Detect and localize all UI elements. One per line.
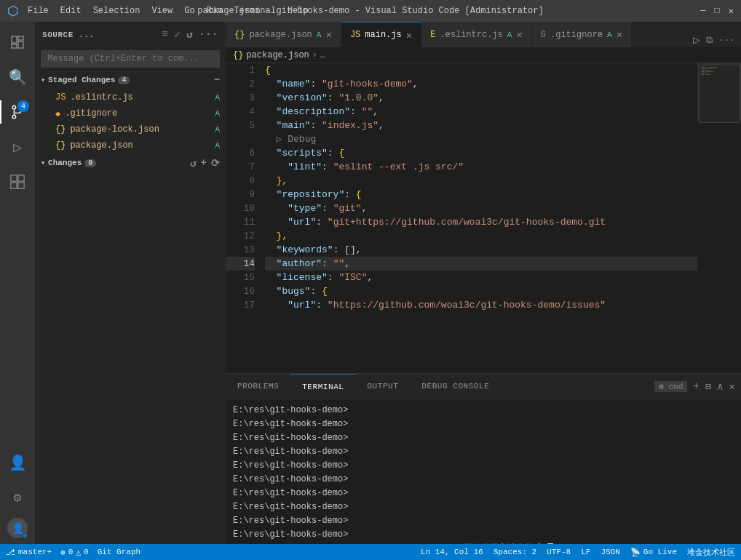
changes-actions[interactable]: ↺ + ⟳ <box>190 157 220 169</box>
terminal-content[interactable]: E:\res\git-hooks-demo> E:\res\git-hooks-… <box>226 399 741 544</box>
git-graph[interactable]: Git Graph <box>98 548 140 556</box>
git-branch[interactable]: ⎇ master+ <box>6 548 52 557</box>
minimize-button[interactable]: ─ <box>700 6 705 17</box>
svg-rect-2 <box>18 41 23 48</box>
svg-rect-3 <box>12 44 17 48</box>
refresh-changes-icon[interactable]: ↺ <box>190 157 196 169</box>
stage-all-icon[interactable]: + <box>201 157 207 169</box>
user-avatar[interactable]: 👤 <box>7 518 28 538</box>
close-button[interactable]: ✕ <box>729 6 734 17</box>
changes-section-header[interactable]: ▾ Changes 0 ↺ + ⟳ <box>35 153 226 172</box>
tab-gitignore[interactable]: G .gitignore A ✕ <box>532 22 632 47</box>
menu-selection[interactable]: Selection <box>93 6 140 16</box>
code-line-16: "bugs": { <box>265 284 697 298</box>
activity-explorer[interactable] <box>0 25 35 60</box>
staged-file-gitignore[interactable]: ◆ .gitignore A <box>35 105 226 121</box>
git-branch-label: master+ <box>18 548 52 556</box>
code-editor: 1 2 3 4 5 6 7 8 9 10 11 12 13 14 15 16 1… <box>226 63 741 373</box>
menu-view[interactable]: View <box>151 6 173 16</box>
close-panel-icon[interactable]: ✕ <box>729 380 735 393</box>
split-terminal-icon[interactable]: ⊟ <box>705 380 711 393</box>
commit-all-icon[interactable]: ≡ <box>162 28 168 41</box>
unstage-all-icon[interactable]: − <box>214 74 220 86</box>
activity-extensions[interactable] <box>0 164 35 199</box>
tab-actions[interactable]: ▷ ⧉ ··· <box>693 33 741 47</box>
code-line-2: "name": "git-hooks-demo", <box>265 77 697 91</box>
go-live[interactable]: 📡 Go Live <box>630 548 677 557</box>
menu-go[interactable]: Go <box>184 6 194 16</box>
code-line-5: "main": "index.js", <box>265 119 697 132</box>
discard-all-icon[interactable]: ⟳ <box>211 157 220 169</box>
tab-problems[interactable]: PROBLEMS <box>226 374 290 399</box>
line-numbers: 1 2 3 4 5 6 7 8 9 10 11 12 13 14 15 16 1… <box>226 63 262 373</box>
tab-close-eslintrc[interactable]: ✕ <box>516 28 522 41</box>
tab-mainjs[interactable]: JS main.js ✕ <box>341 22 421 47</box>
activity-run[interactable]: ▷ <box>0 129 35 164</box>
more-actions-icon[interactable]: ··· <box>199 28 218 41</box>
errors-count[interactable]: ⊗ 0 △ 0 <box>60 548 88 557</box>
encoding-label: UTF-8 <box>547 548 571 556</box>
terminal-line-6: E:\res\git-hooks-demo> <box>233 473 734 487</box>
tab-debug-console[interactable]: DEBUG CONSOLE <box>410 374 501 399</box>
tab-indicator-packagejson: A <box>317 31 322 39</box>
errors-label: 0 <box>68 548 74 556</box>
window-title: package.json - git-hooks-demo - Visual S… <box>197 6 543 16</box>
split-editor-icon[interactable]: ⧉ <box>706 35 713 46</box>
activity-account[interactable]: 👤 <box>0 445 35 480</box>
code-line-11: "url": "git+https://github.com/woai3c/gi… <box>265 215 697 229</box>
breadcrumb-file[interactable]: package.json <box>246 50 309 60</box>
tab-indicator-gitignore: A <box>607 31 612 39</box>
staged-file-packagejson[interactable]: {} package.json A <box>35 137 226 153</box>
activity-settings[interactable]: ⚙ <box>0 480 35 515</box>
staged-file-packagelock[interactable]: {} package-lock.json A <box>35 121 226 137</box>
encoding[interactable]: UTF-8 <box>547 548 571 556</box>
more-tab-actions-icon[interactable]: ··· <box>718 35 735 46</box>
cursor-position[interactable]: Ln 14, Col 16 <box>421 548 483 556</box>
breadcrumb-more[interactable]: … <box>320 50 325 60</box>
code-content[interactable]: { "name": "git-hooks-demo", "version": "… <box>262 63 697 373</box>
menu-edit[interactable]: Edit <box>60 6 82 16</box>
tab-packagejson[interactable]: {} package.json A ✕ <box>226 22 341 47</box>
staged-changes-actions[interactable]: − <box>214 74 220 86</box>
tab-label-packagejson: package.json <box>249 30 312 40</box>
line-ending[interactable]: LF <box>581 548 590 556</box>
title-bar: ⬡ File Edit Selection View Go Run Termin… <box>0 0 741 22</box>
activity-search[interactable]: 🔍 <box>0 60 35 95</box>
tab-output[interactable]: OUTPUT <box>355 374 410 399</box>
staged-file-eslintrc[interactable]: JS .eslintrc.js A <box>35 89 226 105</box>
panel-actions[interactable]: ⊞ cmd + ⊟ ∧ ✕ <box>654 380 741 393</box>
sidebar-header-actions[interactable]: ≡ ✓ ↺ ··· <box>162 28 218 41</box>
tab-close-mainjs[interactable]: ✕ <box>406 29 412 41</box>
code-line-12: }, <box>265 229 697 243</box>
tab-indicator-eslintrc: A <box>507 31 512 39</box>
window-controls[interactable]: ─ □ ✕ <box>700 6 734 17</box>
tab-close-packagejson[interactable]: ✕ <box>325 28 331 41</box>
activity-bottom: 👤 ⚙ 👤 <box>0 445 35 544</box>
tab-eslintrc[interactable]: E .eslintrc.js A ✕ <box>421 22 532 47</box>
maximize-button[interactable]: □ <box>715 6 720 17</box>
status-bar-left: ⎇ master+ ⊗ 0 △ 0 Git Graph <box>6 548 140 557</box>
chevron-right-icon: ▾ <box>41 159 45 167</box>
menu-file[interactable]: File <box>28 6 49 16</box>
check-icon[interactable]: ✓ <box>174 28 181 41</box>
activity-source-control[interactable]: 4 <box>0 95 35 129</box>
tab-close-gitignore[interactable]: ✕ <box>617 28 622 41</box>
maximize-panel-icon[interactable]: ∧ <box>717 380 723 393</box>
status-bar-right: Ln 14, Col 16 Spaces: 2 UTF-8 LF JSON 📡 … <box>421 547 735 558</box>
staged-changes-section-header[interactable]: ▾ Staged Changes 4 − <box>35 71 226 89</box>
add-terminal-icon[interactable]: + <box>693 380 699 392</box>
file-icon-gitignore: ◆ <box>55 108 60 119</box>
run-icon[interactable]: ▷ <box>693 33 700 47</box>
tab-terminal[interactable]: TERMINAL <box>290 374 355 399</box>
debug-console-label: DEBUG CONSOLE <box>421 382 489 391</box>
editor-area: {} package.json A ✕ JS main.js ✕ E .esli… <box>226 22 741 544</box>
indentation[interactable]: Spaces: 2 <box>494 548 536 556</box>
refresh-icon[interactable]: ↺ <box>186 28 193 41</box>
commit-message-input[interactable] <box>41 50 220 68</box>
app-body: 🔍 4 ▷ 👤 ⚙ 👤 <box>0 22 741 544</box>
terminal-instance-label: ⊞ cmd <box>654 381 687 392</box>
language-mode[interactable]: JSON <box>601 548 619 556</box>
panel-area: PROBLEMS TERMINAL OUTPUT DEBUG CONSOLE ⊞… <box>226 373 741 544</box>
community-link[interactable]: 堆金技术社区 <box>687 547 735 558</box>
sidebar-header: SOURCE ... ≡ ✓ ↺ ··· <box>35 22 226 47</box>
